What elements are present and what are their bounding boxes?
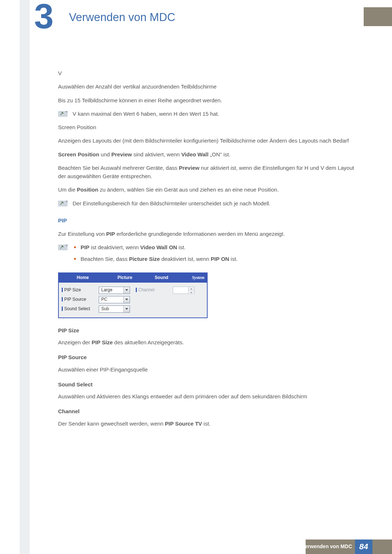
combo-value: Large	[101, 287, 113, 294]
chapter-tab: 3	[30, 0, 58, 34]
chapter-number: 3	[34, 3, 53, 30]
tab-tool[interactable]: Tool	[216, 273, 235, 283]
text: Anzeigen der PIP Size des aktuellen Anze…	[58, 338, 363, 346]
text: und	[99, 151, 111, 157]
label-sound-select: Sound Select	[61, 305, 97, 312]
text: ist.	[177, 244, 185, 250]
text: erforderliche grundlegende Informationen…	[115, 231, 285, 237]
bold: Screen Position	[58, 151, 99, 157]
tab-picture[interactable]: Picture	[107, 273, 143, 283]
chapter-title: Verwenden von MDC	[69, 9, 175, 26]
bold: PIP Size	[92, 339, 113, 345]
label-pip-size: PIP Size	[61, 287, 97, 294]
text: Um die	[58, 186, 77, 193]
tab-sound[interactable]: Sound	[143, 273, 180, 283]
heading-screen-position: Screen Position	[58, 123, 363, 131]
content: V Auswählen der Anzahl der vertikal anzu…	[58, 69, 363, 433]
heading-sound-select: Sound Select	[58, 380, 363, 389]
svg-marker-11	[125, 308, 128, 310]
text: deaktiviert ist, wenn	[160, 256, 211, 262]
spinner-arrows: ▲ ▼	[188, 287, 194, 294]
bold: Preview	[179, 165, 200, 171]
tab-home[interactable]: Home	[59, 273, 107, 283]
heading-pip-source: PIP Source	[58, 353, 363, 361]
bullet: PIP ist deaktiviert, wenn Video Wall ON …	[73, 243, 363, 251]
panel-tabs: Home Picture Sound System Tool	[59, 273, 207, 283]
label-pip-source: PIP Source	[61, 296, 97, 303]
bold: PIP	[81, 244, 89, 250]
bold: TV	[195, 420, 202, 427]
text: ist.	[202, 420, 211, 427]
text: Zur Einstellung von	[58, 231, 106, 237]
bold: Video Wall	[140, 244, 167, 250]
text: Beachten Sie bei Auswahl mehrerer Geräte…	[58, 165, 179, 171]
text: Anzeigen der	[58, 339, 92, 345]
heading-v: V	[58, 69, 363, 77]
panel-body: PIP Size Large Channel ▲ ▼	[59, 283, 207, 317]
svg-rect-6	[58, 245, 68, 250]
note-text: V kann maximal den Wert 6 haben, wenn H …	[73, 110, 363, 118]
text: Screen Position und Preview sind aktivie…	[58, 150, 363, 159]
chevron-down-icon	[123, 306, 130, 312]
heading-pip-size: PIP Size	[58, 326, 363, 335]
chevron-down-icon: ▼	[188, 291, 194, 295]
bullet-list: PIP ist deaktiviert, wenn Video Wall ON …	[73, 243, 363, 266]
text: „ON" ist.	[208, 151, 230, 157]
row-pip-size: PIP Size Large Channel ▲ ▼	[61, 286, 205, 295]
text: Auswählen und Aktivieren des Klangs entw…	[58, 392, 363, 401]
bold: Video Wall	[181, 151, 208, 157]
svg-rect-0	[58, 111, 68, 117]
tab-system[interactable]: System	[180, 273, 216, 283]
note-icon	[58, 110, 67, 117]
svg-marker-9	[125, 289, 128, 291]
heading-channel: Channel	[58, 407, 363, 415]
bold: ON	[221, 256, 229, 262]
svg-rect-3	[58, 201, 68, 206]
bold: PIP Source	[165, 420, 193, 427]
text: Auswählen der Anzahl der vertikal anzuor…	[58, 82, 363, 91]
text: Der Sender kann gewechselt werden, wenn …	[58, 419, 363, 428]
text: Zur Einstellung von PIP erforderliche gr…	[58, 230, 363, 238]
pip-settings-panel: Home Picture Sound System Tool PIP Size …	[58, 272, 208, 318]
row-sound-select: Sound Select Sub	[61, 304, 205, 314]
bold: ON	[169, 244, 177, 250]
row-pip-source: PIP Source PC	[61, 295, 205, 304]
note-list: PIP ist deaktiviert, wenn Video Wall ON …	[58, 243, 363, 266]
svg-marker-10	[125, 299, 128, 300]
chevron-up-icon: ▲	[188, 287, 194, 291]
combo-pip-size[interactable]: Large	[99, 287, 130, 294]
footer-white	[30, 539, 306, 554]
chevron-down-icon	[123, 296, 130, 303]
bold: Preview	[111, 151, 132, 157]
text: Beachten Sie, dass	[81, 256, 129, 262]
spinner-channel[interactable]: ▲ ▼	[173, 287, 195, 294]
text: ist.	[229, 256, 237, 262]
combo-value: Sub	[101, 305, 109, 312]
text: Anzeigen des Layouts der (mit dem Bildsc…	[58, 136, 363, 145]
text: sind aktiviert, wenn	[132, 151, 181, 157]
page-number: 84	[355, 539, 372, 554]
bold: PIP	[211, 256, 220, 262]
note-icon	[58, 200, 67, 206]
bullet: Beachten Sie, dass Picture Size deaktivi…	[73, 255, 363, 263]
note-icon	[58, 244, 67, 250]
chevron-down-icon	[123, 287, 130, 294]
text: Beachten Sie bei Auswahl mehrerer Geräte…	[58, 164, 363, 181]
note: V kann maximal den Wert 6 haben, wenn H …	[58, 110, 363, 118]
side-strip	[20, 0, 30, 554]
text: Auswählen einer PIP-Eingangsquelle	[58, 365, 363, 374]
bold: Position	[77, 186, 98, 193]
text: Bis zu 15 Teilbildschirme können in eine…	[58, 96, 363, 104]
bold: PIP	[106, 231, 115, 237]
bold: Picture Size	[129, 256, 160, 262]
label-channel: Channel	[135, 287, 171, 294]
text: Der Sender kann gewechselt werden, wenn	[58, 420, 165, 427]
note: Der Einstellungsbereich für den Bildschi…	[58, 199, 363, 208]
combo-sound-select[interactable]: Sub	[99, 305, 130, 313]
page: 3 Verwenden von MDC V Auswählen der Anza…	[0, 0, 392, 554]
combo-pip-source[interactable]: PC	[99, 296, 130, 303]
text: Um die Position zu ändern, wählen Sie ei…	[58, 185, 363, 194]
note-text: Der Einstellungsbereich für den Bildschi…	[73, 199, 363, 208]
text: ist deaktiviert, wenn	[89, 244, 140, 250]
heading-pip: PIP	[58, 216, 363, 225]
